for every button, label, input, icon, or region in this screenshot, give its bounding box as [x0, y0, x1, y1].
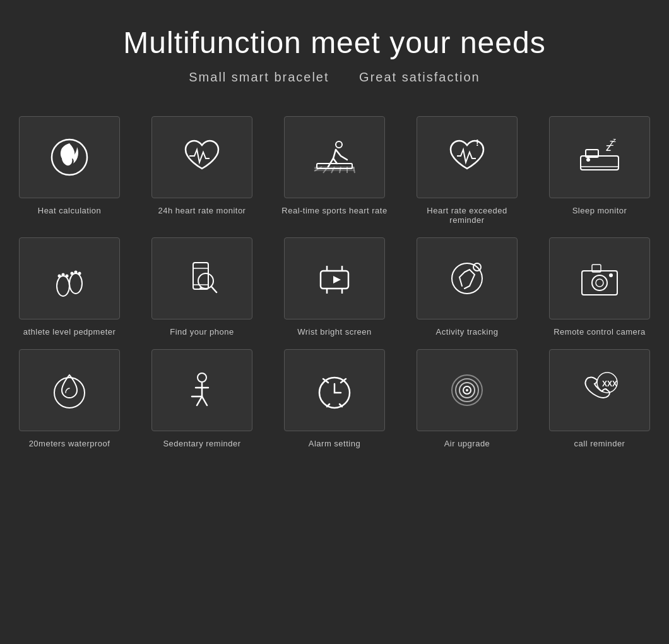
svg-text:!: !	[476, 138, 479, 148]
svg-text:XXX: XXX	[602, 379, 617, 388]
svg-point-19	[69, 273, 82, 294]
svg-point-41	[596, 279, 603, 287]
feature-item-heart-rate-exceeded: ! Heart rate exceeded reminder	[410, 116, 524, 225]
feature-label-wrist-screen: Wrist bright screen	[297, 327, 372, 337]
feature-label-call-reminder: call reminder	[574, 439, 625, 448]
feature-item-sports-heart-rate: Real-time sports heart rate	[278, 116, 391, 225]
icon-box-activity-tracking	[417, 237, 518, 319]
svg-line-31	[211, 287, 216, 292]
icon-box-heart-rate-exceeded: !	[417, 116, 518, 198]
icon-box-find-phone	[151, 237, 252, 319]
feature-label-sports-heart-rate: Real-time sports heart rate	[281, 206, 387, 215]
icon-box-air-upgrade	[417, 349, 518, 431]
svg-point-21	[62, 273, 65, 277]
svg-point-22	[66, 275, 69, 278]
feature-label-camera: Remote control camera	[554, 327, 646, 337]
page-header: Multifunction meet your needs Small smar…	[123, 25, 545, 85]
feature-label-pedometer: athlete level pedpmeter	[23, 327, 116, 337]
feature-item-air-upgrade: Air upgrade	[410, 349, 524, 448]
feature-item-activity-tracking: Activity tracking	[410, 237, 524, 337]
feature-label-sedentary: Sedentary reminder	[163, 439, 240, 448]
feature-label-activity-tracking: Activity tracking	[436, 327, 499, 337]
feature-item-wrist-screen: Wrist bright screen	[278, 237, 391, 337]
svg-text:Z: Z	[613, 138, 616, 143]
feature-item-camera: Remote control camera	[543, 237, 656, 337]
feature-item-call-reminder: XXX call reminder	[543, 349, 656, 448]
svg-point-45	[198, 373, 206, 382]
icon-box-sedentary	[151, 349, 252, 431]
svg-point-37	[452, 263, 482, 294]
feature-item-waterproof: 20meters waterproof	[13, 349, 126, 448]
icon-box-alarm	[284, 349, 385, 431]
svg-rect-2	[314, 170, 355, 171]
svg-rect-12	[581, 156, 619, 170]
icon-box-call-reminder: XXX	[549, 349, 650, 431]
svg-point-3	[336, 141, 342, 148]
svg-point-51	[466, 389, 468, 391]
feature-label-alarm: Alarm setting	[309, 439, 360, 448]
feature-label-heart-rate-exceeded: Heart rate exceeded reminder	[410, 206, 524, 225]
features-grid: Heat calculation 24h heart rate monitor …	[13, 116, 656, 448]
icon-box-sleep-monitor: Z Z Z	[549, 116, 650, 198]
svg-point-40	[592, 275, 607, 290]
icon-box-sports-heart-rate	[284, 116, 385, 198]
main-title: Multifunction meet your needs	[123, 25, 545, 60]
icon-box-heat-calculation	[19, 116, 120, 198]
feature-item-sedentary: Sedentary reminder	[145, 349, 259, 448]
feature-item-alarm: Alarm setting	[278, 349, 391, 448]
feature-label-heart-rate-monitor: 24h heart rate monitor	[158, 206, 246, 215]
svg-point-20	[58, 275, 61, 278]
feature-label-sleep-monitor: Sleep monitor	[572, 206, 627, 215]
feature-item-heat-calculation: Heat calculation	[13, 116, 126, 225]
icon-box-camera	[549, 237, 650, 319]
svg-point-24	[74, 271, 78, 274]
feature-label-waterproof: 20meters waterproof	[29, 439, 110, 448]
feature-item-sleep-monitor: Z Z Z Sleep monitor	[543, 116, 656, 225]
feature-label-air-upgrade: Air upgrade	[444, 439, 490, 448]
icon-box-wrist-screen	[284, 237, 385, 319]
feature-label-heat-calculation: Heat calculation	[38, 206, 102, 215]
svg-point-14	[586, 158, 590, 162]
svg-point-44	[54, 378, 85, 408]
feature-item-find-phone: Find your phone	[145, 237, 259, 337]
subtitle-left: Small smart bracelet	[189, 70, 329, 84]
icon-box-heart-rate-monitor	[151, 116, 252, 198]
feature-label-find-phone: Find your phone	[170, 327, 234, 337]
feature-item-heart-rate-monitor: 24h heart rate monitor	[145, 116, 259, 225]
feature-item-pedometer: athlete level pedpmeter	[13, 237, 126, 337]
svg-point-23	[71, 272, 74, 275]
icon-box-waterproof	[19, 349, 120, 431]
subtitle: Small smart bracelet Great satisfaction	[123, 70, 545, 85]
svg-point-43	[609, 273, 613, 277]
subtitle-right: Great satisfaction	[359, 70, 480, 84]
icon-box-pedometer	[19, 237, 120, 319]
svg-point-25	[78, 272, 81, 275]
svg-point-18	[57, 276, 69, 296]
